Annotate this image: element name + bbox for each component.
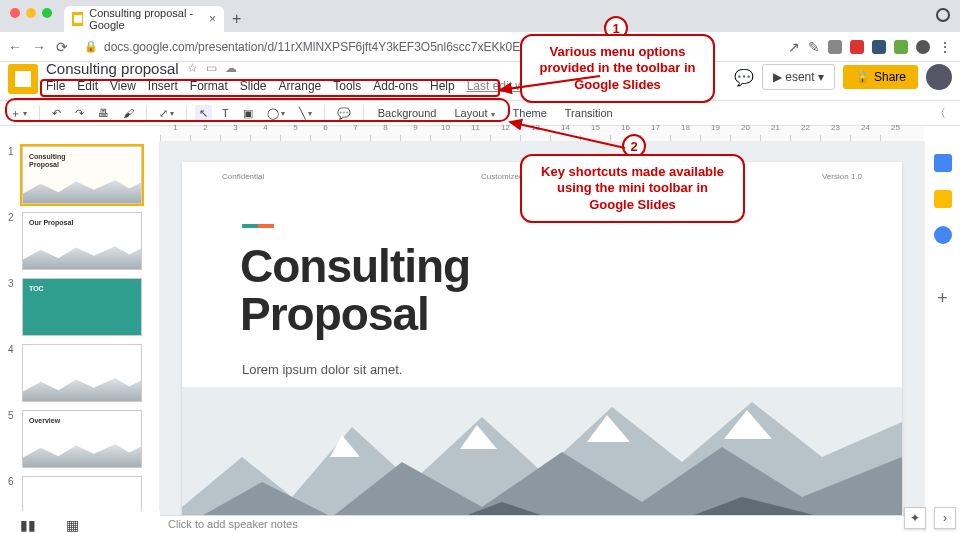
undo-button[interactable]: ↶: [48, 105, 65, 122]
thumb-number: 6: [8, 476, 18, 511]
share-button[interactable]: 🔒 Share: [843, 65, 918, 89]
filmstrip[interactable]: 1ConsultingProposal2Our Proposal3TOC45Ov…: [0, 142, 160, 511]
forward-button[interactable]: →: [32, 39, 46, 55]
select-tool[interactable]: ↖: [195, 105, 212, 122]
thumb-number: 2: [8, 212, 18, 270]
slide-header-left: Confidential: [222, 172, 264, 181]
ext-icon[interactable]: [828, 40, 842, 54]
accent-bar-icon: [242, 224, 274, 228]
move-icon[interactable]: ▭: [206, 61, 217, 75]
ext-icon[interactable]: [894, 40, 908, 54]
paint-format-button[interactable]: 🖌: [119, 105, 138, 121]
close-tab-icon[interactable]: ×: [209, 12, 216, 26]
annotation-callout-2: Key shortcuts made available using the m…: [520, 154, 745, 223]
browser-tabstrip: Consulting proposal - Google × +: [0, 0, 960, 32]
zoom-button[interactable]: ⤢▾: [155, 105, 178, 122]
present-button[interactable]: ▶ esent ▾: [762, 64, 835, 90]
slides-favicon-icon: [72, 12, 83, 26]
thumb-number: 5: [8, 410, 18, 468]
new-tab-button[interactable]: +: [232, 10, 241, 28]
reload-button[interactable]: ⟳: [56, 39, 68, 55]
cloud-status-icon[interactable]: ☁: [225, 61, 237, 75]
ext-icon[interactable]: ↗: [788, 39, 800, 55]
speaker-notes[interactable]: Click to add speaker notes: [160, 515, 924, 533]
menu-help[interactable]: Help: [430, 79, 455, 93]
slide-thumbnail[interactable]: ConsultingProposal: [22, 146, 142, 204]
slide-subtitle[interactable]: Lorem ipsum dolor sit amet.: [242, 362, 402, 377]
ext-icon[interactable]: [850, 40, 864, 54]
slide-thumbnail[interactable]: [22, 344, 142, 402]
menu-insert[interactable]: Insert: [148, 79, 178, 93]
slide-thumbnail[interactable]: [22, 476, 142, 511]
image-tool[interactable]: ▣: [239, 105, 257, 122]
shape-tool[interactable]: ◯▾: [263, 105, 289, 122]
ext-icon[interactable]: [916, 40, 930, 54]
extensions: ↗ ✎ ⋮: [788, 39, 952, 55]
layout-button[interactable]: Layout ▾: [448, 105, 500, 121]
transition-button[interactable]: Transition: [559, 105, 619, 121]
side-panel: +: [924, 142, 960, 533]
browser-tab[interactable]: Consulting proposal - Google ×: [64, 6, 224, 32]
line-tool[interactable]: ╲▾: [295, 105, 316, 122]
add-addon-icon[interactable]: +: [934, 290, 952, 308]
comments-icon[interactable]: 💬: [734, 68, 754, 87]
redo-button[interactable]: ↷: [71, 105, 88, 122]
view-switcher: ▮▮ ▦: [20, 519, 80, 531]
annotation-callout-1: Various menu options provided in the too…: [520, 34, 715, 103]
mountain-image: [182, 387, 902, 515]
menu-view[interactable]: View: [110, 79, 136, 93]
bottom-right-nav: ✦ ›: [904, 507, 956, 529]
star-icon[interactable]: ☆: [187, 61, 198, 75]
comment-button[interactable]: 💬: [333, 105, 355, 122]
calendar-icon[interactable]: [934, 154, 952, 172]
background-button[interactable]: Background: [372, 105, 443, 121]
ext-icon[interactable]: [872, 40, 886, 54]
account-avatar[interactable]: [926, 64, 952, 90]
doc-title[interactable]: Consulting proposal: [46, 60, 179, 77]
slide-thumbnail[interactable]: TOC: [22, 278, 142, 336]
thumb-number: 3: [8, 278, 18, 336]
print-button[interactable]: 🖶: [94, 105, 113, 121]
menu-bar: File Edit View Insert Format Slide Arran…: [46, 79, 599, 93]
minimize-window-icon[interactable]: [26, 8, 36, 18]
filmstrip-view-icon[interactable]: ▮▮: [20, 519, 36, 531]
slides-logo-icon[interactable]: [8, 64, 38, 94]
next-arrow-icon[interactable]: ›: [934, 507, 956, 529]
tasks-icon[interactable]: [934, 226, 952, 244]
menu-tools[interactable]: Tools: [333, 79, 361, 93]
thumb-number: 4: [8, 344, 18, 402]
menu-format[interactable]: Format: [190, 79, 228, 93]
maximize-window-icon[interactable]: [42, 8, 52, 18]
menu-file[interactable]: File: [46, 79, 65, 93]
slide-title[interactable]: ConsultingProposal: [240, 242, 470, 339]
close-window-icon[interactable]: [10, 8, 20, 18]
menu-edit[interactable]: Edit: [77, 79, 98, 93]
browser-menu-icon[interactable]: ⋮: [938, 39, 952, 55]
window-controls: [10, 8, 52, 18]
ruler: [160, 126, 924, 142]
keep-icon[interactable]: [934, 190, 952, 208]
textbox-tool[interactable]: T: [218, 105, 233, 121]
menu-addons[interactable]: Add-ons: [373, 79, 418, 93]
theme-button[interactable]: Theme: [507, 105, 553, 121]
tab-title: Consulting proposal - Google: [89, 7, 203, 31]
slide-thumbnail[interactable]: Our Proposal: [22, 212, 142, 270]
account-indicator-icon[interactable]: [936, 8, 950, 22]
explore-button[interactable]: ✦: [904, 507, 926, 529]
thumb-number: 1: [8, 146, 18, 204]
menu-slide[interactable]: Slide: [240, 79, 267, 93]
slide-thumbnail[interactable]: Overview: [22, 410, 142, 468]
ext-icon[interactable]: ✎: [808, 39, 820, 55]
lock-icon: 🔒: [84, 40, 98, 53]
menu-arrange[interactable]: Arrange: [279, 79, 322, 93]
grid-view-icon[interactable]: ▦: [64, 519, 80, 531]
collapse-toolbar-icon[interactable]: 〈: [934, 105, 954, 122]
new-slide-button[interactable]: ＋▾: [6, 104, 31, 123]
back-button[interactable]: ←: [8, 39, 22, 55]
slide-header-right: Version 1.0: [822, 172, 862, 181]
